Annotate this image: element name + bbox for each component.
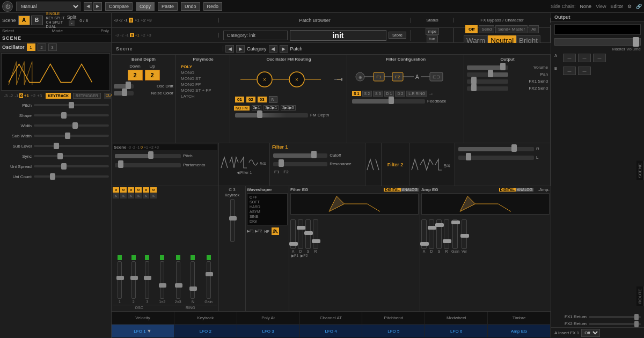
strip3-m[interactable]: M: [128, 187, 134, 193]
strip6-s-btn[interactable]: S: [150, 193, 157, 199]
strip5-m[interactable]: M: [143, 187, 149, 193]
category-next-btn[interactable]: ▶: [236, 45, 245, 53]
filter-eg-s-slider[interactable]: [305, 219, 311, 249]
insert-fx-select[interactable]: Off: [581, 329, 600, 337]
fader2-track[interactable]: [131, 261, 136, 299]
osc-1-button[interactable]: 1: [27, 43, 35, 51]
poly-option-latch[interactable]: LATCH: [179, 93, 228, 99]
center-fx1-send-slider[interactable]: [467, 79, 508, 84]
amp-eg-d-slider[interactable]: [429, 219, 434, 249]
amp-eg-s-slider[interactable]: [436, 219, 442, 249]
poly-option-mono[interactable]: MONO: [179, 70, 228, 76]
mod-poly-at[interactable]: Poly At: [237, 312, 300, 324]
pan-slider[interactable]: [467, 72, 508, 77]
noise-color-slider[interactable]: [114, 91, 134, 95]
poly-option-monost[interactable]: MONO ST: [179, 76, 228, 82]
redo-button[interactable]: Redo: [203, 2, 223, 11]
mod-channel-at[interactable]: Channel AT: [300, 312, 363, 324]
mod-modwheel[interactable]: Modwheel: [425, 312, 488, 324]
lfo-2[interactable]: LFO 2: [174, 325, 237, 337]
nav-next[interactable]: ▶: [93, 2, 102, 11]
fm-node-03[interactable]: 03: [258, 97, 267, 102]
copy-button[interactable]: Copy: [136, 2, 155, 11]
osc-3-button[interactable]: 3: [48, 43, 57, 51]
ws-sine[interactable]: SINE: [248, 214, 286, 219]
strip6-m[interactable]: M: [150, 187, 157, 193]
nav-prev[interactable]: ◀: [84, 2, 92, 11]
waveshaper-icon[interactable]: [272, 227, 279, 235]
mode-select[interactable]: Manual: [16, 2, 80, 11]
filter-lr-ring[interactable]: L-R RING: [406, 91, 427, 97]
filter-eg-a-slider[interactable]: [290, 219, 296, 249]
fm-node-n[interactable]: N: [269, 96, 277, 103]
strip1-s-btn[interactable]: S: [113, 193, 119, 199]
ws-digi[interactable]: DIGI: [248, 219, 286, 224]
lfo-5[interactable]: LFO 5: [362, 325, 425, 337]
fm-node-01[interactable]: 01: [235, 97, 244, 102]
filter-s2[interactable]: S 2: [362, 91, 372, 97]
mod-timbre[interactable]: Timbre: [488, 312, 551, 324]
mpe-button[interactable]: mpe: [426, 28, 440, 35]
undo-button[interactable]: Undo: [181, 2, 200, 11]
poly-option-monofp[interactable]: MONO FP: [179, 82, 228, 87]
amp-eg-a-slider[interactable]: [421, 219, 427, 249]
poly-option-monostfp[interactable]: MONO ST + FP: [179, 87, 228, 93]
portamento-slider[interactable]: [115, 163, 181, 167]
volume-slider[interactable]: [467, 65, 508, 70]
lfo-1[interactable]: LFO 1 ▼: [112, 325, 174, 337]
osc-2-button[interactable]: 2: [38, 43, 46, 51]
keytrack-fader[interactable]: [230, 199, 235, 242]
filter-eg-r-slider[interactable]: [313, 219, 318, 249]
scene-a-button[interactable]: A: [18, 16, 30, 25]
category-prev-btn[interactable]: ◀: [225, 45, 234, 53]
strip5-s-btn[interactable]: S: [143, 193, 149, 199]
key-split-mode[interactable]: KEY SPLIT: [46, 16, 65, 20]
sub-width-slider[interactable]: [34, 135, 109, 137]
filter2-cutoff-slider[interactable]: [458, 147, 534, 151]
fm-3-2-1-option[interactable]: 3▶2▶1: [264, 105, 279, 111]
fx-off-button[interactable]: Off: [465, 25, 478, 33]
fadergain-track[interactable]: [207, 261, 211, 299]
store-button[interactable]: Store: [389, 32, 406, 39]
fx-send-master-button[interactable]: Send+ Master: [495, 25, 528, 33]
fm-depth-slider[interactable]: [235, 113, 308, 117]
fx-all-button[interactable]: All: [529, 25, 539, 33]
strip4-m[interactable]: M: [135, 187, 142, 193]
amp-eg-gain-slider[interactable]: [452, 219, 458, 249]
filter-d2[interactable]: D 2: [395, 91, 405, 97]
paste-button[interactable]: Paste: [158, 2, 178, 11]
feedback-slider[interactable]: [352, 99, 425, 104]
no-fm-option[interactable]: NO FM: [234, 106, 250, 111]
filter1-resonance-slider[interactable]: [273, 162, 327, 166]
amp-eg-vel-slider[interactable]: [462, 219, 467, 249]
lfo-4[interactable]: LFO 4: [300, 325, 363, 337]
ws-asym[interactable]: ASYM: [248, 209, 286, 214]
fader1-track[interactable]: [118, 261, 122, 299]
up-value[interactable]: 2: [145, 70, 160, 80]
filter2-resonance-slider[interactable]: [458, 156, 534, 160]
center-fx2-send-slider[interactable]: [467, 86, 508, 91]
fader23-track[interactable]: [176, 261, 180, 299]
fm-node-02[interactable]: 02: [246, 97, 255, 102]
uni-spread-slider[interactable]: [34, 165, 109, 167]
down-value[interactable]: 2: [128, 70, 143, 80]
strip2-s-btn[interactable]: S: [120, 193, 127, 199]
tun-button[interactable]: tun: [427, 35, 438, 42]
lfo-amp-eg[interactable]: Amp EG: [488, 325, 551, 337]
patch-next-btn[interactable]: ▶: [280, 45, 288, 53]
fadern-track[interactable]: [191, 261, 195, 299]
mod-pitchbend[interactable]: Pitchbend: [362, 312, 425, 324]
lfo-6[interactable]: LFO 6: [425, 325, 488, 337]
pitch-slider[interactable]: [34, 104, 109, 106]
filter1-cutoff-slider[interactable]: [273, 153, 327, 158]
lfo-3[interactable]: LFO 3: [237, 325, 300, 337]
strip1-m[interactable]: M: [113, 187, 119, 193]
width-slider[interactable]: [34, 124, 109, 127]
fx2-return-slider[interactable]: [589, 323, 641, 325]
category-input[interactable]: [223, 31, 288, 40]
fm-2-1-3-option[interactable]: 2▶1▶3: [281, 105, 296, 111]
filter-eg-d-slider[interactable]: [298, 219, 303, 249]
poly-option-poly[interactable]: POLY: [179, 64, 228, 70]
mod-keytrack[interactable]: Keytrack: [174, 312, 237, 324]
sub-level-slider[interactable]: [34, 145, 109, 147]
